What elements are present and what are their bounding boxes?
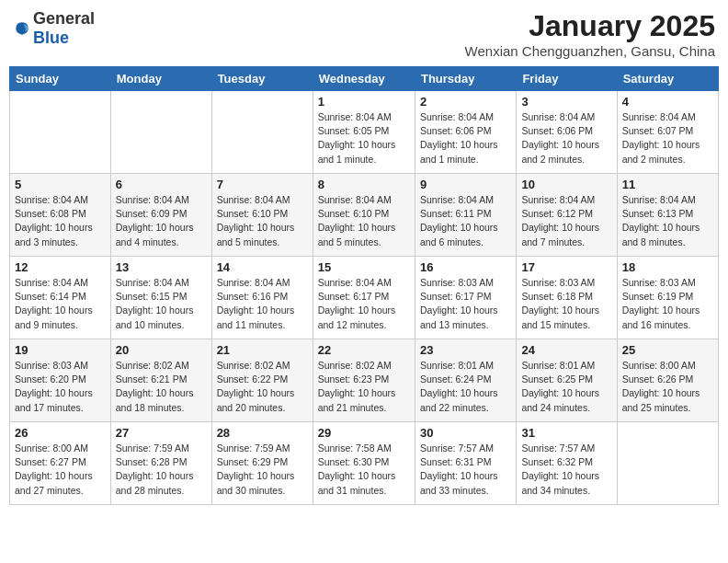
calendar-cell: [211, 91, 313, 174]
calendar-cell: 17Sunrise: 8:03 AM Sunset: 6:18 PM Dayli…: [517, 257, 617, 339]
day-info: Sunrise: 8:03 AM Sunset: 6:17 PM Dayligh…: [420, 276, 511, 332]
calendar: SundayMondayTuesdayWednesdayThursdayFrid…: [9, 66, 719, 505]
calendar-cell: 14Sunrise: 8:04 AM Sunset: 6:16 PM Dayli…: [211, 257, 313, 339]
day-number: 19: [15, 343, 106, 357]
calendar-cell: 18Sunrise: 8:03 AM Sunset: 6:19 PM Dayli…: [617, 257, 718, 339]
calendar-cell: 6Sunrise: 8:04 AM Sunset: 6:09 PM Daylig…: [110, 174, 211, 257]
calendar-cell: 31Sunrise: 7:57 AM Sunset: 6:32 PM Dayli…: [517, 422, 617, 505]
day-number: 31: [521, 426, 611, 440]
weekday-header: Tuesday: [211, 67, 313, 91]
day-info: Sunrise: 7:57 AM Sunset: 6:31 PM Dayligh…: [420, 442, 511, 498]
day-info: Sunrise: 8:02 AM Sunset: 6:22 PM Dayligh…: [217, 359, 308, 415]
day-number: 9: [420, 178, 511, 191]
day-info: Sunrise: 8:04 AM Sunset: 6:14 PM Dayligh…: [15, 276, 106, 332]
calendar-cell: 25Sunrise: 8:00 AM Sunset: 6:26 PM Dayli…: [617, 339, 718, 422]
day-number: 21: [217, 343, 308, 357]
calendar-cell: 27Sunrise: 7:59 AM Sunset: 6:28 PM Dayli…: [110, 422, 211, 505]
calendar-cell: 1Sunrise: 8:04 AM Sunset: 6:05 PM Daylig…: [313, 91, 415, 174]
calendar-cell: 24Sunrise: 8:01 AM Sunset: 6:25 PM Dayli…: [517, 339, 617, 422]
day-number: 20: [116, 343, 207, 357]
calendar-cell: 11Sunrise: 8:04 AM Sunset: 6:13 PM Dayli…: [617, 174, 718, 257]
day-number: 18: [622, 260, 713, 274]
calendar-cell: 5Sunrise: 8:04 AM Sunset: 6:08 PM Daylig…: [10, 174, 111, 257]
day-number: 14: [217, 260, 308, 274]
calendar-cell: 26Sunrise: 8:00 AM Sunset: 6:27 PM Dayli…: [10, 422, 111, 505]
calendar-cell: 29Sunrise: 7:58 AM Sunset: 6:30 PM Dayli…: [313, 422, 415, 505]
calendar-cell: [110, 91, 211, 174]
calendar-cell: 15Sunrise: 8:04 AM Sunset: 6:17 PM Dayli…: [313, 257, 415, 339]
day-info: Sunrise: 7:59 AM Sunset: 6:29 PM Dayligh…: [217, 442, 308, 498]
title-block: January 2025 Wenxian Chengguanzhen, Gans…: [465, 9, 715, 59]
calendar-cell: 8Sunrise: 8:04 AM Sunset: 6:10 PM Daylig…: [313, 174, 415, 257]
day-number: 2: [420, 95, 511, 109]
day-number: 25: [622, 343, 713, 357]
calendar-cell: 30Sunrise: 7:57 AM Sunset: 6:31 PM Dayli…: [415, 422, 516, 505]
day-number: 7: [217, 178, 308, 191]
calendar-cell: 12Sunrise: 8:04 AM Sunset: 6:14 PM Dayli…: [10, 257, 111, 339]
logo-general: General: [33, 9, 95, 28]
day-info: Sunrise: 8:04 AM Sunset: 6:07 PM Dayligh…: [622, 110, 713, 167]
logo-blue: Blue: [33, 29, 69, 47]
calendar-cell: 28Sunrise: 7:59 AM Sunset: 6:29 PM Dayli…: [211, 422, 313, 505]
day-number: 15: [318, 260, 410, 274]
calendar-cell: 13Sunrise: 8:04 AM Sunset: 6:15 PM Dayli…: [110, 257, 211, 339]
day-number: 6: [116, 178, 207, 191]
day-number: 24: [521, 343, 611, 357]
day-info: Sunrise: 7:59 AM Sunset: 6:28 PM Dayligh…: [116, 442, 207, 498]
day-info: Sunrise: 8:04 AM Sunset: 6:06 PM Dayligh…: [521, 110, 611, 167]
calendar-cell: 16Sunrise: 8:03 AM Sunset: 6:17 PM Dayli…: [415, 257, 516, 339]
calendar-week-row: 5Sunrise: 8:04 AM Sunset: 6:08 PM Daylig…: [10, 174, 719, 257]
logo-icon: [13, 19, 31, 38]
day-number: 5: [15, 178, 106, 191]
day-info: Sunrise: 8:04 AM Sunset: 6:05 PM Dayligh…: [318, 110, 410, 167]
weekday-header: Saturday: [617, 67, 718, 91]
weekday-header: Monday: [110, 67, 211, 91]
day-number: 3: [521, 95, 611, 109]
calendar-cell: 19Sunrise: 8:03 AM Sunset: 6:20 PM Dayli…: [10, 339, 111, 422]
day-info: Sunrise: 8:04 AM Sunset: 6:09 PM Dayligh…: [116, 193, 207, 249]
day-info: Sunrise: 8:04 AM Sunset: 6:11 PM Dayligh…: [420, 193, 511, 249]
calendar-cell: 2Sunrise: 8:04 AM Sunset: 6:06 PM Daylig…: [415, 91, 516, 174]
calendar-cell: 3Sunrise: 8:04 AM Sunset: 6:06 PM Daylig…: [517, 91, 617, 174]
calendar-week-row: 26Sunrise: 8:00 AM Sunset: 6:27 PM Dayli…: [10, 422, 719, 505]
day-info: Sunrise: 8:04 AM Sunset: 6:10 PM Dayligh…: [217, 193, 308, 249]
calendar-cell: 21Sunrise: 8:02 AM Sunset: 6:22 PM Dayli…: [211, 339, 313, 422]
day-info: Sunrise: 8:04 AM Sunset: 6:16 PM Dayligh…: [217, 276, 308, 332]
day-number: 23: [420, 343, 511, 357]
day-number: 26: [15, 426, 106, 440]
day-number: 16: [420, 260, 511, 274]
calendar-week-row: 1Sunrise: 8:04 AM Sunset: 6:05 PM Daylig…: [10, 91, 719, 174]
day-number: 1: [318, 95, 410, 109]
location-title: Wenxian Chengguanzhen, Gansu, China: [465, 43, 715, 59]
day-info: Sunrise: 8:04 AM Sunset: 6:17 PM Dayligh…: [318, 276, 410, 332]
weekday-header: Friday: [517, 67, 617, 91]
calendar-cell: 10Sunrise: 8:04 AM Sunset: 6:12 PM Dayli…: [517, 174, 617, 257]
day-number: 28: [217, 426, 308, 440]
page-header: General Blue January 2025 Wenxian Chengg…: [9, 9, 719, 59]
day-number: 8: [318, 178, 410, 191]
day-number: 27: [116, 426, 207, 440]
day-number: 4: [622, 95, 713, 109]
day-number: 10: [521, 178, 611, 191]
calendar-cell: 23Sunrise: 8:01 AM Sunset: 6:24 PM Dayli…: [415, 339, 516, 422]
weekday-header: Thursday: [415, 67, 516, 91]
day-number: 12: [15, 260, 106, 274]
day-info: Sunrise: 8:04 AM Sunset: 6:10 PM Dayligh…: [318, 193, 410, 249]
day-info: Sunrise: 8:03 AM Sunset: 6:20 PM Dayligh…: [15, 359, 106, 415]
calendar-cell: 4Sunrise: 8:04 AM Sunset: 6:07 PM Daylig…: [617, 91, 718, 174]
calendar-week-row: 12Sunrise: 8:04 AM Sunset: 6:14 PM Dayli…: [10, 257, 719, 339]
day-info: Sunrise: 8:02 AM Sunset: 6:21 PM Dayligh…: [116, 359, 207, 415]
day-info: Sunrise: 8:03 AM Sunset: 6:19 PM Dayligh…: [622, 276, 713, 332]
calendar-cell: [617, 422, 718, 505]
day-info: Sunrise: 7:58 AM Sunset: 6:30 PM Dayligh…: [318, 442, 410, 498]
weekday-header: Wednesday: [313, 67, 415, 91]
day-info: Sunrise: 8:04 AM Sunset: 6:15 PM Dayligh…: [116, 276, 207, 332]
day-number: 13: [116, 260, 207, 274]
day-info: Sunrise: 8:01 AM Sunset: 6:24 PM Dayligh…: [420, 359, 511, 415]
day-info: Sunrise: 8:02 AM Sunset: 6:23 PM Dayligh…: [318, 359, 410, 415]
day-number: 29: [318, 426, 410, 440]
calendar-cell: 20Sunrise: 8:02 AM Sunset: 6:21 PM Dayli…: [110, 339, 211, 422]
day-info: Sunrise: 7:57 AM Sunset: 6:32 PM Dayligh…: [521, 442, 611, 498]
day-number: 30: [420, 426, 511, 440]
day-info: Sunrise: 8:01 AM Sunset: 6:25 PM Dayligh…: [521, 359, 611, 415]
